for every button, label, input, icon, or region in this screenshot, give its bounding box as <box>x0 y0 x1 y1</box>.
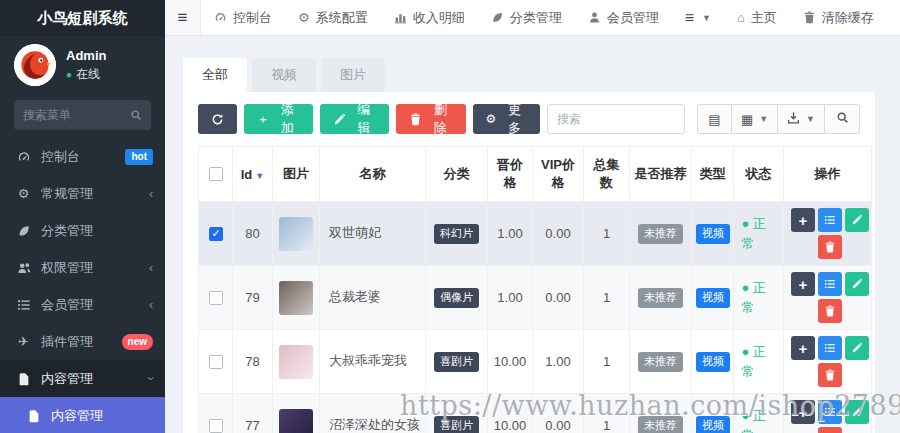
edit-button[interactable]: 编辑 <box>320 104 390 134</box>
navbar-item[interactable]: ⚙ 系统配置 <box>285 0 381 35</box>
recommend-badge: 未推荐 <box>638 224 683 244</box>
sidebar-item[interactable]: 控制台 hot <box>0 138 165 175</box>
export-button[interactable]: ▼ <box>778 104 825 134</box>
trash-icon <box>824 239 836 256</box>
delete-row-button[interactable] <box>818 299 842 323</box>
episode-list-button[interactable] <box>818 272 842 296</box>
sidebar-search-input[interactable] <box>23 108 130 122</box>
sidebar-subitem[interactable]: 内容管理 <box>0 397 165 433</box>
category-badge: 科幻片 <box>434 224 479 244</box>
tab[interactable]: 图片 <box>321 58 385 92</box>
navbar-item-label: 收入明细 <box>413 9 465 27</box>
column-header[interactable]: 分类 <box>426 147 488 202</box>
cell-price: 10.00 <box>488 394 533 433</box>
sidebar: 小鸟短剧系统 Admin ●在线 控制台 hot ⚙ 常规管理 › <box>0 0 165 433</box>
sidebar-item[interactable]: 会员管理 › <box>0 286 165 323</box>
plus-icon: + <box>799 212 808 229</box>
file-icon <box>15 372 32 386</box>
add-button[interactable]: ＋添加 <box>244 104 313 134</box>
gear-icon: ⚙ <box>298 10 310 25</box>
list-icon <box>824 340 836 357</box>
sort-caret-icon[interactable]: ▼ <box>255 171 264 181</box>
column-header[interactable]: 图片 <box>273 147 320 202</box>
cell-price: 1.00 <box>488 202 533 266</box>
navbar-item[interactable]: 收入明细 <box>381 0 478 35</box>
column-header[interactable]: 晋价格 <box>488 147 533 202</box>
column-header[interactable]: 状态 <box>734 147 784 202</box>
navbar-right-item-label: 清除缓存 <box>822 9 874 27</box>
add-episode-button[interactable]: + <box>791 400 815 424</box>
thumbnail[interactable] <box>279 217 313 251</box>
pencil-icon <box>851 404 863 421</box>
navbar-right-item[interactable]: ⌂ 主页 <box>724 0 790 35</box>
column-header[interactable]: 操作 <box>784 147 872 202</box>
column-header[interactable]: 是否推荐 <box>630 147 692 202</box>
cell-episodes: 1 <box>584 202 630 266</box>
navbar-right-item[interactable]: 清除缓存 <box>790 0 887 35</box>
row-checkbox[interactable] <box>209 227 223 241</box>
column-header[interactable]: 总集数 <box>584 147 630 202</box>
tab[interactable]: 视频 <box>252 58 316 92</box>
export-icon <box>787 111 800 127</box>
delete-row-button[interactable] <box>818 235 842 259</box>
column-header[interactable]: 类型 <box>692 147 734 202</box>
thumbnail[interactable] <box>279 345 313 379</box>
more-button[interactable]: ⚙更多 <box>473 104 540 134</box>
user-panel: Admin ●在线 <box>0 36 165 94</box>
delete-row-button[interactable] <box>818 363 842 387</box>
navbar-menu-dropdown[interactable]: ≡▼ <box>672 0 724 35</box>
sidebar-item[interactable]: 权限管理 › <box>0 249 165 286</box>
thumbnail[interactable] <box>279 409 313 433</box>
fullscreen-button[interactable] <box>887 0 900 35</box>
detail-view-button[interactable]: ▤ <box>697 104 732 134</box>
tab[interactable]: 全部 <box>183 58 247 92</box>
column-header[interactable]: 名称 <box>320 147 426 202</box>
add-episode-button[interactable]: + <box>791 336 815 360</box>
column-header[interactable]: VIP价格 <box>533 147 584 202</box>
refresh-button[interactable] <box>198 104 237 134</box>
episode-list-button[interactable] <box>818 400 842 424</box>
sidebar-item[interactable]: 内容管理 › <box>0 360 165 397</box>
chevron-icon: › <box>149 260 153 275</box>
select-all-checkbox[interactable] <box>209 167 223 181</box>
columns-button[interactable]: ▦▼ <box>732 104 778 134</box>
sidebar-item[interactable]: 分类管理 <box>0 212 165 249</box>
navbar-right: ⌂ 主页 清除缓存 Admin ⚙ <box>724 0 900 35</box>
edit-row-button[interactable] <box>845 400 869 424</box>
pencil-icon <box>333 113 346 126</box>
sidebar-item[interactable]: ✈ 插件管理 new <box>0 323 165 360</box>
list-icon <box>824 276 836 293</box>
edit-row-button[interactable] <box>845 272 869 296</box>
navbar-item[interactable]: 控制台 <box>201 0 285 35</box>
leaf-icon <box>15 224 32 238</box>
search-button[interactable] <box>825 104 860 134</box>
pencil-icon <box>851 212 863 229</box>
thumbnail[interactable] <box>279 281 313 315</box>
type-badge: 视频 <box>696 416 730 433</box>
episode-list-button[interactable] <box>818 336 842 360</box>
add-episode-button[interactable]: + <box>791 208 815 232</box>
row-checkbox[interactable] <box>209 419 223 433</box>
navbar-item[interactable]: 会员管理 <box>575 0 672 35</box>
edit-row-button[interactable] <box>845 336 869 360</box>
sidebar-item-label: 分类管理 <box>41 222 153 240</box>
avatar[interactable] <box>14 44 56 86</box>
delete-button[interactable]: 删除 <box>396 104 466 134</box>
navbar-item[interactable]: 分类管理 <box>478 0 575 35</box>
status-dot-icon: ● <box>742 408 753 423</box>
row-checkbox[interactable] <box>209 291 223 305</box>
sidebar-item[interactable]: ⚙ 常规管理 › <box>0 175 165 212</box>
episode-list-button[interactable] <box>818 208 842 232</box>
add-episode-button[interactable]: + <box>791 272 815 296</box>
delete-row-button[interactable] <box>818 427 842 433</box>
row-checkbox[interactable] <box>209 355 223 369</box>
header-checkbox-cell <box>199 147 233 202</box>
leaf-icon <box>491 11 504 24</box>
list-icon <box>824 212 836 229</box>
table-search-input[interactable] <box>547 104 685 134</box>
edit-row-button[interactable] <box>845 208 869 232</box>
column-header[interactable]: Id▼ <box>233 147 273 202</box>
sidebar-toggle-button[interactable]: ≡ <box>165 0 201 35</box>
search-icon[interactable] <box>130 109 142 121</box>
table-row: 77 沼泽深处的女孩 喜剧片 10.00 0.00 1 未推荐 视频 ● 正常 … <box>199 394 872 433</box>
